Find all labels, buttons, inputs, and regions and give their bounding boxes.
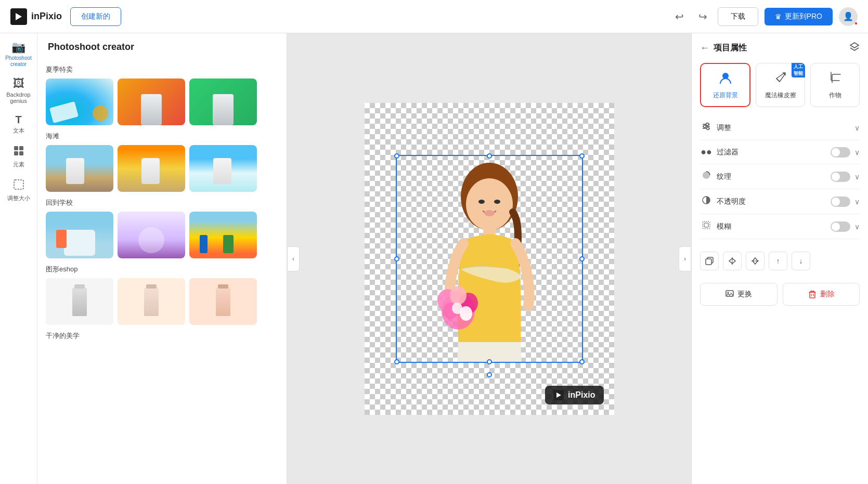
svg-rect-1 [19,146,23,150]
sidebar-item-elements[interactable]: 元素 [2,141,35,173]
watermark-icon [553,390,564,400]
logo-play-icon [16,13,22,20]
back-button[interactable]: ← [700,43,709,54]
thumb-school3[interactable] [189,212,257,258]
adjust-actions: ∨ [854,124,860,132]
left-sidebar: 📷 Photoshoot creator 🖼 Backdrop genius T… [0,33,37,484]
opacity-label: 不透明度 [717,197,826,206]
thumb-summer1[interactable] [46,79,113,125]
flip-h-button[interactable] [723,252,742,270]
ai-badge: 人工智能 [792,63,805,77]
flip-v-button[interactable] [746,252,765,270]
user-avatar[interactable]: 👤 [839,7,858,26]
thumb-summer3[interactable] [189,79,257,125]
opacity-toggle[interactable] [831,197,850,207]
tool-crop[interactable]: 作物 [810,63,860,107]
thumb-summer2[interactable] [118,79,185,125]
user-icon: 👤 [843,11,853,21]
header-actions: ↩ ↪ 下载 ♛ 更新到PRO 👤 [671,7,858,26]
main-body: 📷 Photoshoot creator 🖼 Backdrop genius T… [0,33,868,484]
adjust-expand-button[interactable]: ∨ [854,124,860,132]
sidebar-item-resize[interactable]: 调整大小 [2,175,35,206]
thumb-school1[interactable] [46,212,113,258]
blur-actions: ∨ [831,221,860,232]
opacity-expand-button[interactable]: ∨ [854,198,860,206]
props-header: ← 项目属性 [700,42,860,55]
download-button[interactable]: 下载 [718,7,758,26]
undo-button[interactable]: ↩ [671,8,688,25]
props-row-texture: 纹理 ∨ [700,164,860,189]
sidebar-item-label-text: 文本 [13,127,24,135]
restore-bg-icon [718,70,733,88]
create-new-button[interactable]: 创建新的 [70,7,121,26]
tool-restore-bg[interactable]: 还原背景 [700,63,750,107]
magic-eraser-icon [773,70,788,88]
canvas-image[interactable] [401,155,578,363]
arrange-row: ↑ ↓ [700,252,860,270]
filter-toggle[interactable] [831,147,850,158]
sidebar-item-label-backdrop: Backdrop genius [4,91,33,104]
panel-content: 夏季特卖 [37,59,287,484]
move-up-button[interactable]: ↑ [769,252,787,270]
svg-rect-2 [14,151,18,155]
delete-button[interactable]: 删除 [783,283,860,306]
adjust-label: 调整 [717,123,850,133]
section-label-summer: 夏季特卖 [46,65,278,74]
svg-rect-30 [706,259,711,265]
thumb-beach1[interactable] [46,145,113,192]
thumb-grid-summer [46,79,278,125]
logo: inPixio [10,8,62,25]
sidebar-item-photoshoot[interactable]: 📷 Photoshoot creator [2,37,35,72]
layers-button[interactable] [849,42,860,55]
delete-label: 删除 [820,290,835,299]
svg-point-25 [707,127,709,130]
filter-expand-button[interactable]: ∨ [854,148,860,156]
tool-restore-bg-label: 还原背景 [713,91,738,100]
header: inPixio 创建新的 ↩ ↪ 下载 ♛ 更新到PRO 👤 [0,0,868,33]
svg-rect-28 [703,221,710,229]
blur-toggle[interactable] [831,221,850,232]
panel: Photoshoot creator 夏季特卖 [37,33,287,484]
replace-button[interactable]: 更换 [700,283,778,306]
opacity-actions: ∨ [831,197,860,207]
photoshoot-icon: 📷 [11,42,25,53]
canvas-area: ‹ › [287,33,691,484]
replace-label: 更换 [737,290,752,299]
watermark-text: inPixio [568,390,595,400]
sidebar-item-text[interactable]: T 文本 [2,110,35,139]
sidebar-item-label-resize: 调整大小 [7,194,30,202]
logo-text: inPixio [31,11,62,22]
copy-button[interactable] [700,252,719,270]
thumb-eshop3[interactable] [189,278,257,325]
svg-point-8 [494,200,500,204]
redo-button[interactable]: ↪ [694,8,711,25]
filter-label: 过滤器 [717,148,826,157]
crop-icon [828,70,843,88]
thumb-beach3[interactable] [189,145,257,192]
svg-point-6 [466,178,513,230]
sidebar-item-backdrop[interactable]: 🖼 Backdrop genius [2,74,35,108]
move-down-button[interactable]: ↓ [792,252,810,270]
thumb-eshop2[interactable] [118,278,185,325]
texture-icon [700,171,712,182]
backdrop-icon: 🖼 [13,78,24,89]
thumb-eshop1[interactable] [46,278,113,325]
thumb-beach2[interactable] [118,145,185,192]
canvas-container: inPixio [365,103,614,415]
upgrade-button[interactable]: ♛ 更新到PRO [765,8,833,25]
svg-rect-29 [704,223,708,227]
bottom-actions: 更换 删除 [700,283,860,306]
texture-expand-button[interactable]: ∨ [854,173,860,181]
blur-expand-button[interactable]: ∨ [854,223,860,231]
thumb-grid-beach [46,145,278,192]
texture-actions: ∨ [831,172,860,182]
texture-toggle[interactable] [831,172,850,182]
blur-label: 模糊 [717,222,826,231]
collapse-right-button[interactable]: › [679,246,691,271]
props-row-opacity: 不透明度 ∨ [700,189,860,214]
tool-magic-eraser[interactable]: 人工智能 魔法橡皮擦 [756,63,805,107]
collapse-left-button[interactable]: ‹ [287,246,300,271]
svg-point-19 [784,72,786,74]
thumb-school2[interactable] [118,212,185,258]
blur-icon [700,220,712,232]
